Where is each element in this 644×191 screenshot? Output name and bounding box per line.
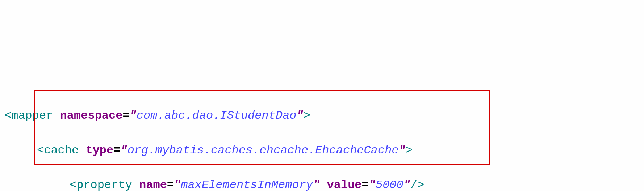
attr-name: name (139, 178, 167, 191)
tag-mapper: mapper (11, 109, 53, 122)
attr-value: value (327, 178, 362, 191)
tag-property: property (76, 178, 132, 191)
value-value: 5000 (376, 178, 403, 191)
attr-namespace: namespace (60, 109, 123, 122)
tag-cache-open: cache (44, 144, 79, 157)
punct: < (4, 109, 11, 122)
code-line-2: <cache type="org.mybatis.caches.ehcache.… (4, 142, 644, 159)
attr-type: type (85, 144, 113, 157)
namespace-value: com.abc.dao.IStudentDao (137, 109, 297, 122)
code-line-1: <mapper namespace="com.abc.dao.IStudentD… (4, 107, 644, 124)
type-value: org.mybatis.caches.ehcache.EhcacheCache (127, 144, 399, 157)
name-value: maxElementsInMemory (181, 178, 313, 191)
xml-code-block: <mapper namespace="com.abc.dao.IStudentD… (4, 72, 644, 191)
code-line-3: <property name="maxElementsInMemory" val… (4, 177, 644, 191)
